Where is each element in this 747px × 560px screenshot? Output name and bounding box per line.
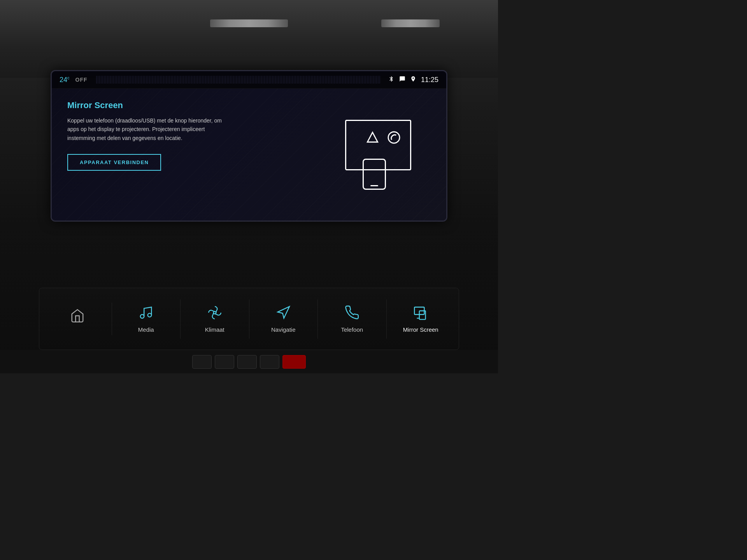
media-music-icon	[139, 305, 153, 322]
physical-button-4[interactable]	[260, 355, 279, 369]
home-icon	[70, 308, 85, 326]
svg-point-1	[388, 131, 400, 143]
status-bar: 24c OFF 11:25	[52, 71, 446, 89]
phone-outline	[363, 159, 386, 190]
svg-marker-5	[278, 306, 289, 318]
nav-item-navigatie[interactable]: Navigatie	[249, 299, 318, 339]
main-content: Mirror Screen Koppel uw telefoon (draadl…	[52, 89, 446, 220]
nav-item-home[interactable]	[43, 303, 112, 335]
phone-icon	[345, 305, 359, 322]
temperature: 24c	[60, 75, 70, 84]
mirror-illustration	[330, 100, 431, 209]
bluetooth-icon	[388, 76, 395, 84]
physical-button-2[interactable]	[215, 355, 234, 369]
bottom-navigation: Media Klimaat Navigatie	[39, 288, 459, 350]
nav-label-navigatie: Navigatie	[271, 326, 296, 333]
status-pattern	[95, 76, 381, 84]
nav-label-media: Media	[138, 326, 154, 333]
svg-marker-0	[367, 132, 377, 142]
carplay-icon	[387, 131, 401, 147]
physical-button-red[interactable]	[282, 355, 306, 369]
navigation-icon	[276, 305, 291, 322]
nav-item-klimaat[interactable]: Klimaat	[181, 299, 249, 339]
nav-label-telefoon: Telefoon	[341, 326, 363, 333]
physical-button-1[interactable]	[192, 355, 212, 369]
svg-point-2	[140, 314, 144, 318]
infotainment-screen: 24c OFF 11:25	[51, 70, 447, 222]
page-description: Koppel uw telefoon (draadloos/USB) met d…	[67, 116, 231, 142]
physical-buttons	[0, 350, 498, 373]
fan-icon	[207, 305, 222, 322]
mirror-screen-icon	[413, 305, 428, 322]
svg-point-3	[148, 313, 152, 317]
ac-status: OFF	[75, 77, 88, 83]
media-icon	[399, 76, 405, 84]
screen-icons	[366, 131, 401, 147]
nav-item-telefoon[interactable]: Telefoon	[318, 299, 387, 339]
status-right: 11:25	[388, 76, 438, 84]
dashboard-top	[0, 0, 498, 78]
location-icon	[410, 76, 416, 84]
nav-label-klimaat: Klimaat	[205, 326, 224, 333]
nav-triangle-icon	[366, 131, 379, 147]
connect-device-button[interactable]: APPARAAT VERBINDEN	[67, 154, 161, 171]
page-title: Mirror Screen	[67, 100, 330, 110]
nav-label-mirror: Mirror Screen	[403, 326, 438, 333]
mirror-screen-graphic	[341, 120, 419, 190]
nav-item-mirror[interactable]: Mirror Screen	[387, 299, 455, 339]
physical-button-3[interactable]	[237, 355, 257, 369]
status-left: 24c OFF	[60, 75, 88, 84]
content-left: Mirror Screen Koppel uw telefoon (draadl…	[67, 100, 330, 209]
nav-item-media[interactable]: Media	[112, 299, 181, 339]
clock: 11:25	[421, 76, 438, 84]
